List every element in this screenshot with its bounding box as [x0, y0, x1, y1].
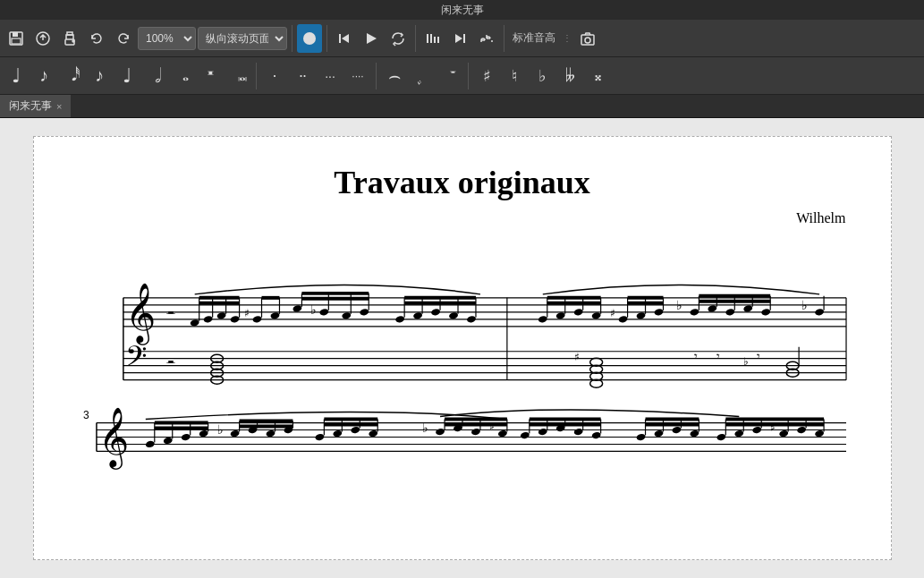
svg-point-18 — [585, 38, 590, 43]
svg-rect-1 — [13, 32, 18, 37]
svg-text:𝄢: 𝄢 — [124, 341, 146, 378]
redo-button[interactable] — [111, 24, 136, 53]
svg-point-36 — [189, 319, 199, 327]
svg-rect-14 — [437, 37, 439, 43]
svg-point-159 — [350, 426, 360, 434]
score-composer: Wilhelm — [70, 210, 855, 226]
svg-marker-8 — [342, 34, 349, 43]
svg-point-59 — [359, 308, 369, 316]
note-16-button[interactable]: 𝅘𝅥𝅰 — [59, 62, 84, 90]
svg-point-149 — [265, 429, 275, 438]
tie-button[interactable]: ⌢ — [382, 62, 407, 90]
view-mode-select[interactable]: 纵向滚动页面 横向滚动 单页 — [198, 27, 287, 50]
svg-text:𝄞: 𝄞 — [124, 283, 155, 345]
svg-point-145 — [229, 429, 239, 438]
note-whole-button[interactable]: 𝅝 — [170, 62, 195, 90]
svg-marker-10 — [367, 33, 377, 44]
note-32-button[interactable]: ♪ — [31, 62, 56, 90]
print-button[interactable] — [57, 24, 82, 53]
rewind-button[interactable] — [332, 24, 357, 53]
svg-rect-2 — [12, 38, 21, 44]
title-bar-text: 闲来无事 — [441, 3, 484, 18]
score-tab[interactable]: 闲来无事 × — [0, 95, 71, 117]
note-breve-button[interactable]: 𝄺 — [198, 62, 223, 90]
sharp-button[interactable]: ♯ — [474, 62, 499, 90]
dot3-button[interactable]: ··· — [318, 62, 343, 90]
music-area: 𝄞 𝄢 𝄼 𝄼 — [70, 244, 855, 497]
undo-button[interactable] — [84, 24, 109, 53]
svg-text:♭: ♭ — [743, 355, 749, 368]
upload-button[interactable] — [30, 24, 55, 53]
svg-point-55 — [318, 308, 328, 316]
svg-point-67 — [430, 308, 440, 316]
svg-point-40 — [216, 311, 225, 319]
svg-point-199 — [716, 433, 725, 441]
svg-text:𝄾: 𝄾 — [694, 353, 698, 359]
dot2-button[interactable]: ·· — [290, 62, 315, 90]
note-special-button[interactable]: 𝅜 — [225, 62, 250, 90]
mixer-button[interactable] — [474, 24, 499, 53]
separator3 — [415, 25, 416, 52]
voices-button[interactable] — [420, 24, 445, 53]
svg-text:♭: ♭ — [310, 303, 317, 317]
score-page: Travaux originaux Wilhelm — [33, 136, 892, 560]
svg-text:♭: ♭ — [676, 299, 682, 312]
loop-button[interactable] — [386, 24, 411, 53]
score-title: Travaux originaux — [70, 155, 855, 201]
svg-point-210 — [814, 429, 824, 438]
double-flat-button[interactable]: 𝄫 — [557, 62, 582, 90]
triplet-button[interactable]: 𝆀 — [410, 62, 435, 90]
svg-point-177 — [520, 431, 530, 439]
svg-point-77 — [555, 311, 565, 319]
svg-point-201 — [733, 429, 743, 438]
svg-point-57 — [341, 311, 351, 319]
svg-point-183 — [572, 428, 582, 436]
svg-point-206 — [778, 429, 788, 438]
svg-text:𝄼: 𝄼 — [165, 361, 174, 363]
svg-point-6 — [72, 40, 74, 42]
svg-point-47 — [251, 315, 261, 323]
note-8-button[interactable]: ♪ — [87, 62, 112, 90]
svg-point-173 — [497, 429, 507, 438]
svg-text:♯: ♯ — [609, 307, 615, 319]
rest-button[interactable]: 𝄻 — [437, 62, 462, 90]
title-bar: 闲来无事 — [0, 0, 924, 20]
cursor-button[interactable] — [297, 24, 322, 53]
dot4-button[interactable]: ···· — [345, 62, 370, 90]
note-sep3 — [468, 63, 469, 89]
svg-text:♭: ♭ — [801, 299, 808, 312]
svg-point-189 — [635, 433, 645, 441]
svg-point-161 — [368, 429, 377, 438]
svg-point-179 — [538, 428, 547, 436]
note-2-button[interactable]: 𝅗𝅥 — [142, 62, 167, 90]
svg-point-185 — [590, 431, 600, 439]
separator4 — [504, 25, 504, 52]
music-notation: 𝄞 𝄢 𝄼 𝄼 — [70, 244, 855, 494]
zoom-select[interactable]: 100% 75% 125% 150% — [138, 27, 196, 50]
svg-point-166 — [435, 428, 445, 436]
note-sep1 — [256, 63, 257, 89]
flat-button[interactable]: ♭ — [530, 62, 555, 90]
note-64-button[interactable]: ♩ — [4, 62, 29, 90]
note-4-button[interactable]: ♩ — [114, 62, 140, 90]
svg-text:♯: ♯ — [243, 307, 249, 319]
play-button[interactable] — [359, 24, 384, 53]
svg-point-69 — [448, 311, 458, 319]
svg-point-65 — [412, 311, 422, 319]
dots-sep: ⋮ — [561, 33, 573, 43]
dot1-button[interactable]: · — [262, 62, 287, 90]
tab-close-button[interactable]: × — [56, 101, 62, 112]
svg-point-90 — [653, 308, 663, 316]
svg-point-155 — [314, 433, 324, 441]
save-button[interactable] — [4, 24, 29, 53]
natural-button[interactable]: ♮ — [502, 62, 527, 90]
svg-marker-15 — [455, 34, 462, 43]
cautionary-button[interactable]: 𝄪 — [585, 62, 610, 90]
svg-point-170 — [470, 428, 480, 436]
next-button[interactable] — [447, 24, 472, 53]
svg-point-79 — [572, 308, 582, 316]
camera-button[interactable] — [575, 24, 600, 53]
svg-point-195 — [689, 429, 699, 438]
svg-rect-9 — [339, 34, 341, 43]
separator2 — [326, 25, 327, 52]
